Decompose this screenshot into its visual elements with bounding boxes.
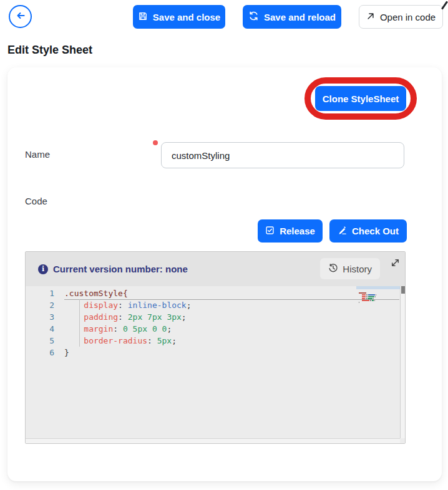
arrow-up-right-icon <box>366 12 375 22</box>
code-line[interactable]: display: inline-block; <box>64 299 399 311</box>
release-label: Release <box>280 226 315 236</box>
history-label: History <box>343 264 372 274</box>
version-info: i Current version number: none <box>38 264 188 274</box>
check-out-button[interactable]: Check Out <box>329 219 407 243</box>
gutter: 123456 <box>26 287 64 358</box>
open-in-code-button[interactable]: Open in code <box>359 5 443 29</box>
name-input[interactable] <box>161 142 404 168</box>
fullscreen-expand-icon[interactable] <box>389 257 401 269</box>
history-button[interactable]: History <box>320 258 380 279</box>
code-lines: .customStyle{ display: inline-block; pad… <box>64 287 399 358</box>
save-and-close-button[interactable]: Save and close <box>133 5 225 29</box>
back-button[interactable] <box>9 5 32 28</box>
vertical-scrollbar-thumb[interactable] <box>401 286 405 294</box>
page-title: Edit Style Sheet <box>7 44 92 57</box>
edit-stylesheet-card: Clone StyleSheet Name Code Release <box>7 67 442 481</box>
indent-guide <box>79 299 80 347</box>
pen-icon <box>338 226 347 237</box>
editor-header: i Current version number: none History <box>26 252 405 286</box>
clone-stylesheet-button[interactable]: Clone StyleSheet <box>315 86 406 111</box>
save-and-reload-label: Save and reload <box>264 12 336 22</box>
checkbox-check-icon <box>265 226 275 237</box>
save-icon <box>138 11 148 23</box>
clone-stylesheet-label: Clone StyleSheet <box>323 94 399 104</box>
open-in-code-label: Open in code <box>380 12 436 22</box>
code-line[interactable]: padding: 2px 7px 3px; <box>64 311 399 323</box>
minimap-rows <box>359 286 397 299</box>
minimap[interactable] <box>359 286 397 299</box>
history-icon <box>328 263 338 275</box>
save-and-reload-button[interactable]: Save and reload <box>243 5 341 29</box>
screen: Save and close Save and reload Open in c… <box>0 0 448 490</box>
code-editor: i Current version number: none History <box>25 251 406 444</box>
code-label: Code <box>25 196 47 206</box>
required-indicator-dot <box>153 140 158 145</box>
pointer-artifact <box>441 1 448 9</box>
red-highlight-annotation: Clone StyleSheet <box>304 77 417 120</box>
check-out-label: Check Out <box>352 226 399 236</box>
editor-body[interactable]: 123456 .customStyle{ display: inline-blo… <box>26 286 405 443</box>
line-number: 3 <box>26 311 64 323</box>
line-number: 1 <box>26 287 64 299</box>
arrow-left-icon <box>15 10 26 23</box>
horizontal-scrollbar[interactable] <box>26 438 400 443</box>
version-info-text: Current version number: none <box>53 264 188 274</box>
code-line[interactable]: border-radius: 5px; <box>64 335 399 347</box>
name-label: Name <box>25 149 50 160</box>
vertical-scrollbar[interactable] <box>400 286 405 438</box>
save-and-close-label: Save and close <box>153 12 220 22</box>
line-number: 5 <box>26 335 64 347</box>
line-number: 6 <box>26 347 64 358</box>
code-line[interactable]: } <box>64 347 399 358</box>
release-button[interactable]: Release <box>258 219 323 243</box>
reload-icon <box>248 11 259 23</box>
line-number: 2 <box>26 299 64 311</box>
line-number: 4 <box>26 323 64 335</box>
code-line[interactable]: margin: 0 5px 0 0; <box>64 323 399 335</box>
active-line-underline <box>64 299 399 300</box>
info-icon: i <box>38 264 48 274</box>
code-line[interactable]: .customStyle{ <box>64 287 399 299</box>
